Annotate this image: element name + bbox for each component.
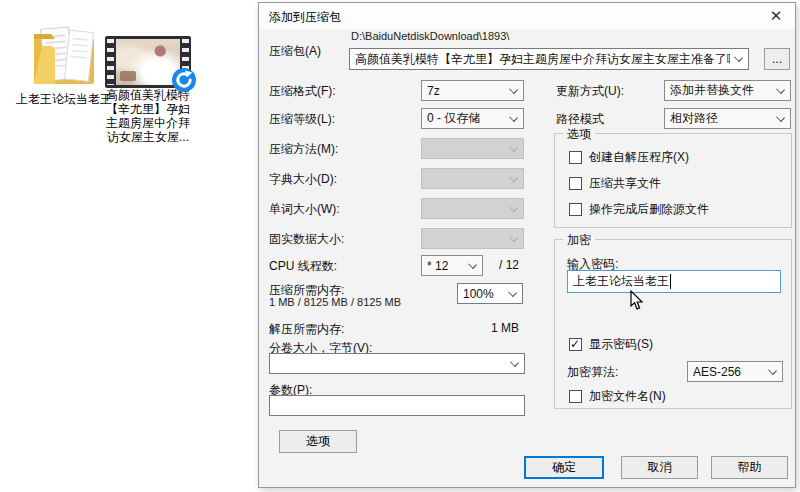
solid-size-label: 固实数据大小:	[269, 231, 344, 248]
cloud-sync-icon	[171, 67, 197, 93]
close-icon[interactable]: ✕	[757, 3, 795, 29]
format-label: 压缩格式(F):	[269, 83, 336, 100]
memory-decompress-value: 1 MB	[459, 321, 519, 335]
checkbox-icon[interactable]	[569, 203, 582, 216]
update-mode-label: 更新方式(U):	[556, 83, 624, 100]
solid-size-combobox	[421, 228, 524, 249]
film-sprockets-left	[107, 39, 114, 85]
cancel-button[interactable]: 取消	[621, 456, 698, 479]
desktop-icon-label: 高颜值美乳模特【辛尤里】孕妇主题房屋中介拜访女屋主女屋...	[102, 88, 194, 144]
memory-decompress-label: 解压所需内存:	[269, 321, 344, 338]
checkbox-create-sfx[interactable]: 创建自解压程序(X)	[569, 149, 689, 166]
parameters-input[interactable]	[269, 395, 525, 416]
encryption-group-title: 加密	[563, 232, 595, 249]
memory-percent-combobox[interactable]: 100%	[457, 283, 523, 304]
password-input[interactable]: 上老王论坛当老王	[567, 270, 781, 293]
algorithm-combobox[interactable]: AES-256	[687, 361, 783, 382]
archive-path: D:\BaiduNetdiskDownload\1893\	[351, 30, 509, 42]
dialog-titlebar[interactable]: 添加到压缩包 ✕	[259, 3, 795, 29]
chevron-down-icon	[768, 366, 777, 375]
options-group: 选项 创建自解压程序(X) 压缩共享文件 操作完成后删除源文件	[554, 133, 792, 228]
dialog-title: 添加到压缩包	[269, 9, 341, 26]
word-size-combobox	[421, 198, 524, 219]
chevron-down-icon	[509, 233, 518, 242]
desktop-icon-label: 上老王论坛当老王	[14, 92, 114, 106]
options-button[interactable]: 选项	[279, 430, 357, 453]
chevron-down-icon	[776, 113, 785, 122]
archive-label: 压缩包(A)	[269, 43, 321, 60]
update-mode-combobox[interactable]: 添加并替换文件	[664, 80, 791, 101]
cpu-threads-max: / 12	[459, 258, 519, 272]
checkbox-show-password[interactable]: 显示密码(S)	[569, 336, 653, 353]
help-button[interactable]: 帮助	[711, 456, 788, 479]
folder-icon	[30, 22, 98, 92]
chevron-down-icon	[509, 85, 518, 94]
algorithm-label: 加密算法:	[567, 364, 618, 381]
archive-name-combobox[interactable]: 高颜值美乳模特【辛尤里】孕妇主题房屋中介拜访女屋主女屋主准备了咖啡但没有奶精只	[349, 48, 749, 70]
volume-size-combobox[interactable]	[269, 353, 525, 374]
dictionary-label: 字典大小(D):	[269, 171, 337, 188]
desktop-icon-folder[interactable]: 上老王论坛当老王	[14, 22, 114, 106]
chevron-down-icon	[509, 113, 518, 122]
word-size-label: 单词大小(W):	[269, 201, 340, 218]
encryption-group: 加密 输入密码: 上老王论坛当老王 显示密码(S) 加密算法: AES-256 …	[554, 239, 792, 409]
ok-button[interactable]: 确定	[524, 456, 604, 479]
options-group-title: 选项	[563, 126, 595, 143]
level-label: 压缩等级(L):	[269, 111, 335, 128]
add-to-archive-dialog: 添加到压缩包 ✕ D:\BaiduNetdiskDownload\1893\ 压…	[258, 2, 796, 488]
text-caret	[670, 274, 671, 289]
path-mode-combobox[interactable]: 相对路径	[664, 108, 791, 129]
dictionary-combobox	[421, 168, 524, 189]
checkbox-encrypt-filenames[interactable]: 加密文件名(N)	[569, 388, 666, 405]
video-thumbnail	[105, 36, 191, 88]
chevron-down-icon	[508, 288, 517, 297]
checkbox-icon[interactable]	[569, 177, 582, 190]
format-combobox[interactable]: 7z	[421, 80, 524, 101]
checkbox-delete-after[interactable]: 操作完成后删除源文件	[569, 201, 709, 218]
chevron-down-icon	[509, 143, 518, 152]
chevron-down-icon	[776, 85, 785, 94]
chevron-down-icon[interactable]	[734, 53, 743, 62]
desktop-icon-video[interactable]: 高颜值美乳模特【辛尤里】孕妇主题房屋中介拜访女屋主女屋...	[102, 36, 194, 144]
chevron-down-icon	[509, 173, 518, 182]
checkbox-compress-shared[interactable]: 压缩共享文件	[569, 175, 661, 192]
checkbox-icon[interactable]	[569, 151, 582, 164]
desktop: 上老王论坛当老王 高颜值美乳模特【辛尤里】孕妇主题房屋中介拜访女屋主女屋... …	[0, 0, 800, 492]
memory-compress-detail: 1 MB / 8125 MB / 8125 MB	[269, 296, 401, 308]
chevron-down-icon	[509, 203, 518, 212]
checkbox-icon[interactable]	[569, 390, 582, 403]
cpu-threads-label: CPU 线程数:	[269, 258, 337, 275]
checkbox-checked-icon[interactable]	[569, 338, 582, 351]
level-combobox[interactable]: 0 - 仅存储	[421, 108, 524, 129]
method-combobox	[421, 138, 524, 159]
chevron-down-icon	[510, 358, 519, 367]
browse-button[interactable]: ...	[764, 48, 790, 70]
method-label: 压缩方法(M):	[269, 141, 338, 158]
